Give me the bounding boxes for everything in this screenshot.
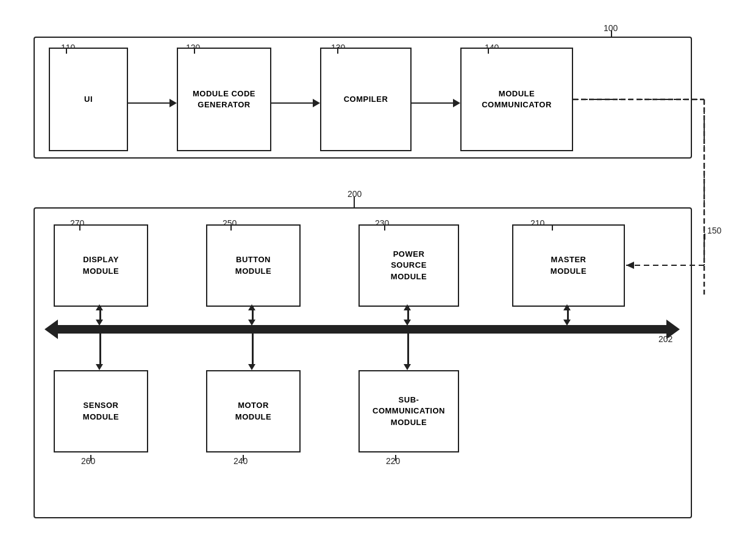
vert-arrowhead-power-up: [404, 304, 411, 310]
sensor-module-label: SENSORMODULE: [83, 400, 119, 422]
master-module-box: MASTERMODULE: [512, 224, 625, 307]
ref-220: 220: [386, 456, 400, 466]
mcg-label: MODULE CODEGENERATOR: [193, 88, 255, 110]
compiler-label: COMPILER: [344, 94, 388, 105]
ref-202: 202: [658, 334, 672, 344]
vert-arrow-motor: [252, 328, 254, 365]
vert-arrow-subcomm: [407, 328, 409, 365]
arrow-compiler-to-mc: [412, 99, 460, 107]
sub-communication-module-box: SUB-COMMUNICATIONMODULE: [358, 370, 459, 452]
ui-label: UI: [84, 94, 93, 105]
vert-arrowhead-sensor-down: [96, 364, 103, 370]
ref-260: 260: [81, 456, 95, 466]
compiler-box: COMPILER: [320, 48, 412, 151]
arrow-mcg-to-compiler: [271, 99, 320, 107]
display-module-box: DISPLAYMODULE: [54, 224, 148, 307]
master-module-label: MASTERMODULE: [551, 254, 587, 276]
diagram-container: 100 110 UI 120 MODULE CODEGENERATOR 130 …: [0, 0, 756, 547]
button-module-box: BUTTONMODULE: [206, 224, 301, 307]
ref-150: 150: [707, 226, 721, 235]
mc-label: MODULECOMMUNICATOR: [482, 88, 552, 110]
vert-arrowhead-display-down: [96, 320, 103, 326]
vert-arrowhead-button-down: [248, 320, 255, 326]
vert-arrowhead-button-up: [248, 304, 255, 310]
vert-arrowhead-motor-up: [248, 326, 255, 332]
vert-arrow-sensor: [99, 328, 101, 365]
vert-arrowhead-master-up: [563, 304, 571, 310]
vert-arrowhead-power-down: [404, 320, 411, 326]
display-module-label: DISPLAYMODULE: [83, 254, 119, 276]
motor-module-box: MOTORMODULE: [206, 370, 301, 452]
module-code-generator-box: MODULE CODEGENERATOR: [177, 48, 271, 151]
vert-arrowhead-sensor-up: [96, 326, 103, 332]
module-communicator-box: MODULECOMMUNICATOR: [460, 48, 573, 151]
power-source-module-box: POWERSOURCEMODULE: [358, 224, 459, 307]
vert-arrowhead-motor-down: [248, 364, 255, 370]
power-source-label: POWERSOURCEMODULE: [391, 249, 427, 282]
sensor-module-box: SENSORMODULE: [54, 370, 148, 452]
vert-arrowhead-master-down: [563, 320, 571, 326]
vert-arrowhead-subcomm-up: [404, 326, 411, 332]
bus-arrow: [46, 320, 680, 339]
ui-box: UI: [49, 48, 128, 151]
arrow-ui-to-mcg: [128, 99, 177, 107]
ref-240: 240: [234, 456, 248, 466]
motor-module-label: MOTORMODULE: [235, 400, 271, 422]
sub-comm-label: SUB-COMMUNICATIONMODULE: [373, 395, 445, 428]
vert-arrowhead-display-up: [96, 304, 103, 310]
vert-arrowhead-subcomm-down: [404, 364, 411, 370]
button-module-label: BUTTONMODULE: [235, 254, 271, 276]
